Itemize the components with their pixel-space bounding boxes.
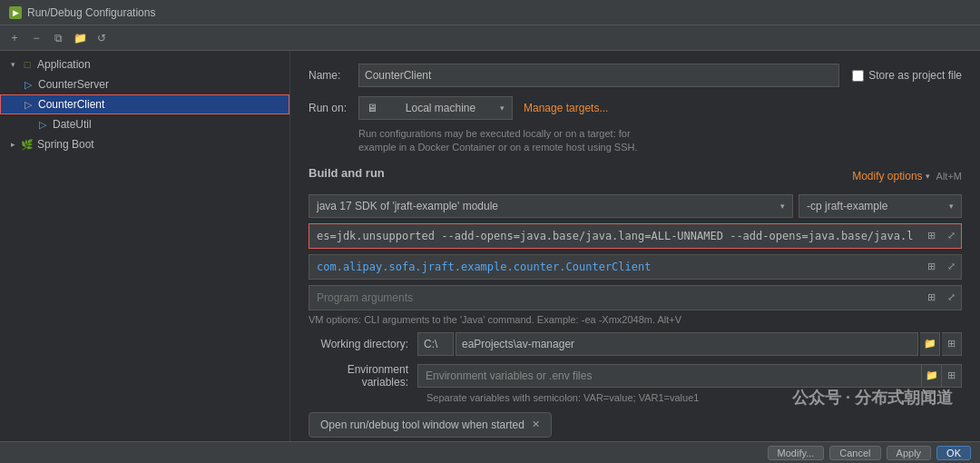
working-dir-row: Working directory: 📁 ⊞ — [309, 332, 962, 356]
env-vars-expand-icon[interactable]: ⊞ — [942, 364, 962, 388]
modify-button[interactable]: Modify... — [768, 446, 825, 460]
bottom-bar: Modify... Cancel Apply OK — [0, 441, 980, 463]
class-icon-counterserver: ▷ — [22, 78, 34, 91]
manage-targets-link[interactable]: Manage targets... — [524, 102, 608, 114]
arrow-right-icon: ▸ — [7, 139, 18, 150]
env-vars-folder-icon[interactable]: 📁 — [922, 364, 942, 388]
program-args-row: ⊞ ⤢ — [309, 285, 962, 310]
main-class-expand-icon[interactable]: ⊞ — [921, 255, 941, 279]
tree-item-label-application: Application — [37, 58, 91, 71]
folder-button[interactable]: 📁 — [71, 29, 89, 47]
vm-options-browse-icon[interactable]: ⤢ — [941, 224, 961, 248]
sdk-dropdown-arrow: ▾ — [780, 202, 785, 211]
modify-options-link[interactable]: Modify options — [852, 170, 922, 182]
env-vars-hint: Separate variables with semicolon: VAR=v… — [309, 392, 962, 403]
tree-item-springboot[interactable]: ▸ 🌿 Spring Boot — [0, 134, 289, 154]
sdk-value: java 17 SDK of 'jraft-example' module — [317, 200, 498, 212]
config-form-panel: Name: Store as project file Run on: 🖥 Lo… — [290, 51, 980, 463]
vm-options-row: ⊞ ⤢ — [309, 223, 962, 249]
vm-options-expand-icon[interactable]: ⊞ — [921, 224, 941, 248]
config-tree-panel: ▾ □ Application ▷ CounterServer ▷ Counte… — [0, 51, 290, 463]
env-vars-label: Environment variables: — [309, 363, 417, 389]
modify-options-arrow: ▾ — [926, 172, 930, 181]
run-on-label: Run on: — [309, 102, 349, 114]
working-dir-fields: 📁 ⊞ — [417, 332, 962, 356]
working-dir-label: Working directory: — [309, 338, 417, 350]
tree-item-label-springboot: Spring Boot — [37, 138, 94, 151]
sdk-select[interactable]: java 17 SDK of 'jraft-example' module ▾ — [309, 194, 793, 218]
vm-options-input[interactable] — [309, 224, 921, 248]
toolbar: + − ⧉ 📁 ↺ — [0, 25, 980, 51]
tree-section-application: ▾ □ Application ▷ CounterServer ▷ Counte… — [0, 51, 289, 158]
open-tool-window-label: Open run/debug tool window when started — [320, 419, 524, 431]
tree-item-dateutil[interactable]: ▷ DateUtil — [0, 114, 289, 134]
sdk-row: java 17 SDK of 'jraft-example' module ▾ … — [309, 194, 962, 218]
title-bar: ▶ Run/Debug Configurations — [0, 0, 980, 25]
open-tool-window-close-icon[interactable]: ✕ — [532, 419, 540, 430]
local-machine-icon: 🖥 — [367, 102, 377, 114]
cp-select[interactable]: -cp jraft-example ▾ — [799, 194, 962, 218]
class-icon-dateutil: ▷ — [36, 118, 49, 131]
program-args-input[interactable] — [309, 286, 921, 310]
name-label: Name: — [309, 69, 349, 82]
working-dir-drive-input[interactable] — [417, 332, 454, 356]
working-dir-expand-icon[interactable]: ⊞ — [942, 332, 962, 356]
env-vars-row: Environment variables: Environment varia… — [309, 363, 962, 389]
program-args-expand-icon[interactable]: ⊞ — [921, 286, 941, 310]
app-icon: ▶ — [9, 6, 22, 19]
store-project-file-label: Store as project file — [868, 69, 962, 82]
refresh-button[interactable]: ↺ — [93, 29, 111, 47]
copy-config-button[interactable]: ⧉ — [49, 29, 67, 47]
dropdown-arrow-icon: ▾ — [500, 103, 505, 113]
main-content: ▾ □ Application ▷ CounterServer ▷ Counte… — [0, 51, 980, 463]
ok-button[interactable]: OK — [936, 446, 971, 460]
tree-item-application[interactable]: ▾ □ Application — [0, 54, 289, 74]
env-vars-field[interactable]: Environment variables or .env files — [417, 364, 922, 388]
apply-button[interactable]: Apply — [887, 446, 932, 460]
application-folder-icon: □ — [21, 58, 34, 71]
run-on-value: Local machine — [406, 102, 475, 114]
working-dir-path-input[interactable] — [456, 332, 918, 356]
main-class-input[interactable] — [309, 255, 921, 279]
run-on-row: Run on: 🖥 Local machine ▾ Manage targets… — [309, 96, 962, 120]
working-dir-folder-icon[interactable]: 📁 — [920, 332, 940, 356]
build-run-header: Build and run Modify options ▾ Alt+M — [309, 166, 962, 187]
arrow-down-icon: ▾ — [7, 59, 18, 70]
tree-item-label-dateutil: DateUtil — [53, 118, 92, 131]
env-vars-icons: 📁 ⊞ — [922, 364, 962, 388]
build-run-title: Build and run — [309, 166, 385, 180]
remove-config-button[interactable]: − — [27, 29, 45, 47]
program-args-browse-icon[interactable]: ⤢ — [941, 286, 961, 310]
vm-hint: VM options: CLI arguments to the 'Java' … — [309, 314, 962, 325]
main-class-browse-icon[interactable]: ⤢ — [941, 255, 961, 279]
tree-item-counterclient[interactable]: ▷ CounterClient — [0, 94, 289, 114]
env-vars-placeholder: Environment variables or .env files — [426, 369, 592, 382]
window-title: Run/Debug Configurations — [27, 6, 155, 19]
spring-icon: 🌿 — [21, 138, 34, 151]
open-tool-window-row: Open run/debug tool window when started … — [309, 412, 552, 438]
store-project-file-row: Store as project file — [852, 69, 962, 82]
name-input[interactable] — [358, 64, 839, 87]
class-icon-counterclient: ▷ — [22, 98, 34, 111]
modify-options-shortcut: Alt+M — [936, 171, 962, 182]
add-config-button[interactable]: + — [5, 29, 24, 47]
tree-item-label-counterserver: CounterServer — [38, 78, 109, 91]
store-project-file-checkbox[interactable] — [852, 70, 864, 82]
main-class-row: ⊞ ⤢ — [309, 254, 962, 280]
cp-dropdown-arrow: ▾ — [949, 202, 954, 211]
run-on-select[interactable]: 🖥 Local machine ▾ — [358, 96, 513, 120]
tree-item-counterserver[interactable]: ▷ CounterServer — [0, 74, 289, 94]
cancel-button[interactable]: Cancel — [829, 446, 880, 460]
tree-item-label-counterclient: CounterClient — [38, 98, 104, 111]
cp-value: -cp jraft-example — [807, 200, 887, 212]
run-on-hint: Run configurations may be executed local… — [309, 127, 962, 155]
